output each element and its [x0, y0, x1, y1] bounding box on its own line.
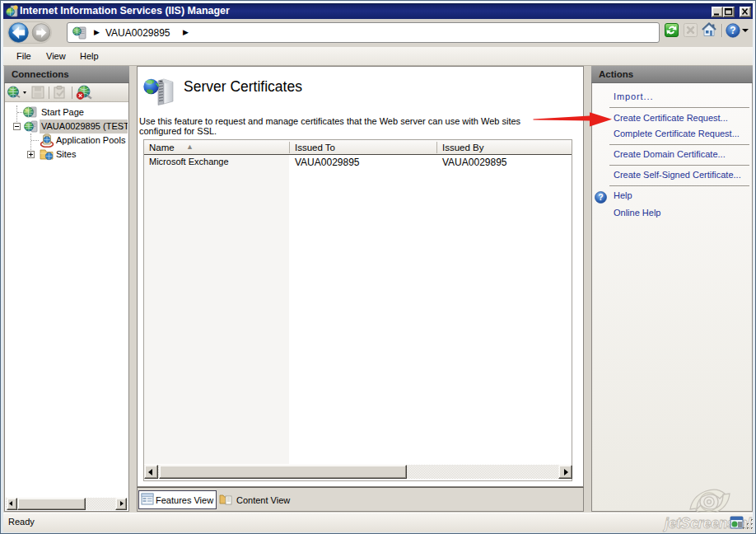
svg-text:?: ?	[730, 25, 735, 36]
svg-text:?: ?	[598, 192, 603, 202]
